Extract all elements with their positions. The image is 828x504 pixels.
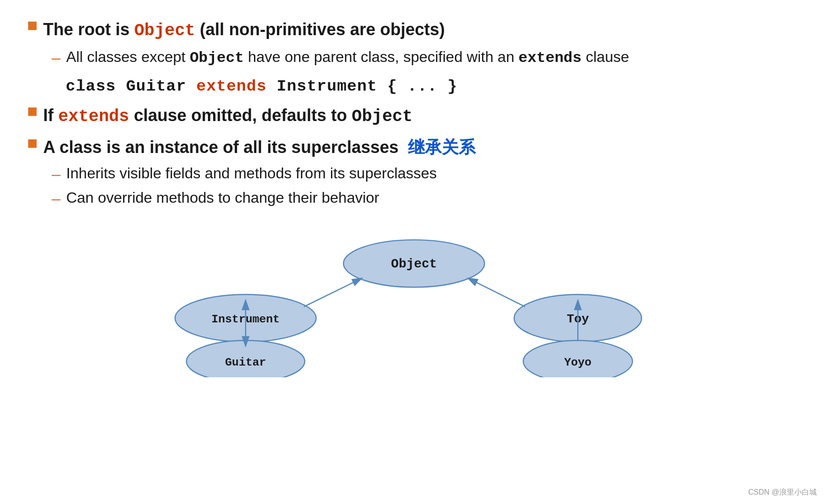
sub-bullet-3a: – Inherits visible fields and methods fr… xyxy=(52,163,800,184)
object-label: Object xyxy=(391,257,437,271)
bullet-1-prefix: The root is xyxy=(43,20,134,39)
sub-bullet-3b: – Can override methods to change their b… xyxy=(52,188,800,208)
code-guitar: Guitar xyxy=(126,77,196,95)
sub-dash-3a: – xyxy=(52,163,61,184)
bullet-2-code-extends: extends xyxy=(58,107,129,126)
bullet-2-prefix: If xyxy=(43,106,58,125)
bullet-2-middle: clause omitted, defaults to xyxy=(129,106,352,125)
bullet-3-main-text: A class is an instance of all its superc… xyxy=(43,137,399,157)
bullet-2-icon xyxy=(28,107,37,116)
sub-text-3b: Can override methods to change their beh… xyxy=(66,188,379,208)
sub-1a-end: clause xyxy=(582,48,629,65)
bullet-1-sub-bullets: – All classes except Object have one par… xyxy=(52,47,800,68)
arrow-toy-object xyxy=(468,278,525,307)
sub-1a-code2: extends xyxy=(519,49,582,67)
sub-1a-prefix: All classes except xyxy=(66,48,190,65)
bullet-1-text: The root is Object (all non-primitives a… xyxy=(43,19,445,42)
diagram-svg: Object Instrument Guitar Toy Yoyo xyxy=(132,227,696,377)
bullet-3-section: A class is an instance of all its superc… xyxy=(28,137,800,208)
bullet-2-section: If extends clause omitted, defaults to O… xyxy=(28,105,800,128)
watermark: CSDN @浪里小白城 xyxy=(748,488,817,497)
bullet-1-icon xyxy=(28,22,37,30)
code-example-block: class Guitar extends Instrument { ... } xyxy=(66,77,800,95)
class-hierarchy-diagram: Object Instrument Guitar Toy Yoyo xyxy=(28,227,800,377)
bullet-1-section: The root is Object (all non-primitives a… xyxy=(28,19,800,95)
sub-text-3a: Inherits visible fields and methods from… xyxy=(66,163,437,183)
bullet-1-suffix: (all non-primitives are objects) xyxy=(195,20,445,39)
bullet-3-main: A class is an instance of all its superc… xyxy=(28,137,800,159)
bullet-2-main: If extends clause omitted, defaults to O… xyxy=(28,105,800,128)
bullet-1-main: The root is Object (all non-primitives a… xyxy=(28,19,800,42)
bullet-3-chinese: 继承关系 xyxy=(408,137,475,157)
bullet-2-text: If extends clause omitted, defaults to O… xyxy=(43,105,413,128)
bullet-1-code-object: Object xyxy=(134,21,195,40)
bullet-3-sub-bullets: – Inherits visible fields and methods fr… xyxy=(52,163,800,208)
arrow-instrument-object xyxy=(304,278,362,307)
yoyo-label: Yoyo xyxy=(564,356,591,369)
sub-dash-3b: – xyxy=(52,188,61,208)
code-class: class xyxy=(66,77,126,95)
guitar-label: Guitar xyxy=(225,356,266,369)
sub-1a-code1: Object xyxy=(190,49,244,67)
code-instrument: Instrument { ... } xyxy=(267,77,458,95)
bullet-2-code-object: Object xyxy=(352,107,413,126)
code-extends-keyword: extends xyxy=(196,77,267,95)
bullet-3-text: A class is an instance of all its superc… xyxy=(43,137,475,159)
sub-bullet-1a: – All classes except Object have one par… xyxy=(52,47,800,68)
main-content: The root is Object (all non-primitives a… xyxy=(28,19,800,377)
sub-1a-middle: have one parent class, specified with an xyxy=(244,48,518,65)
sub-dash-1a: – xyxy=(52,47,61,68)
sub-text-1a: All classes except Object have one paren… xyxy=(66,47,629,68)
bullet-3-icon xyxy=(28,139,37,148)
